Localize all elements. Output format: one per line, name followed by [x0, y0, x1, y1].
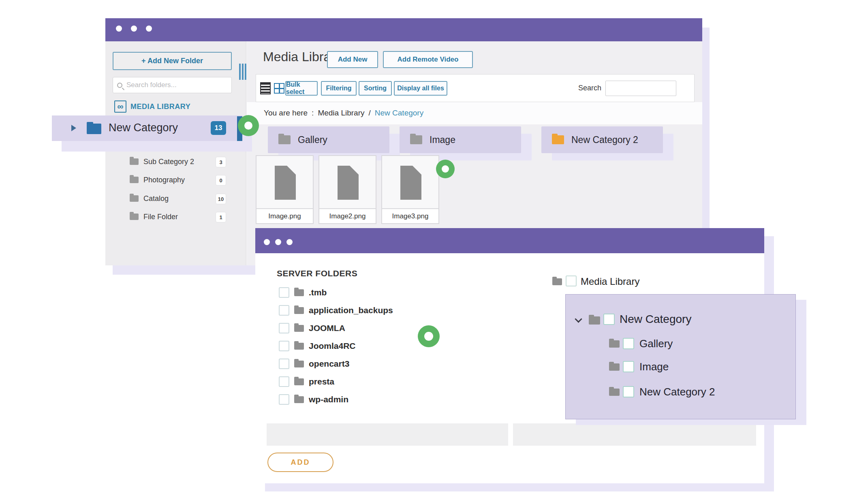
- checkbox[interactable]: [279, 287, 289, 298]
- input-bar-right[interactable]: [513, 423, 756, 446]
- checkbox[interactable]: [603, 314, 615, 325]
- window-dot-icon[interactable]: [264, 239, 270, 245]
- checkbox[interactable]: [623, 361, 634, 372]
- folder-icon: [294, 378, 304, 385]
- folder-chip-new-category-2[interactable]: New Category 2: [541, 126, 663, 153]
- checkbox[interactable]: [566, 275, 577, 286]
- search-label: Search: [578, 84, 601, 92]
- folder-icon: [294, 396, 304, 403]
- filtering-button[interactable]: Filtering: [321, 81, 357, 96]
- grid-view-icon[interactable]: [274, 83, 284, 94]
- server-folder-row-joomla[interactable]: JOOMLA: [255, 322, 482, 335]
- server-folder-row-presta[interactable]: presta: [255, 375, 482, 388]
- tree-item-label: New Category: [620, 313, 691, 326]
- tree-item-image[interactable]: Image: [566, 360, 796, 375]
- breadcrumb-root[interactable]: Media Library: [318, 109, 364, 117]
- folder-label: File Folder: [143, 213, 178, 221]
- add-button[interactable]: ADD: [267, 453, 333, 472]
- window2-titlebar[interactable]: [255, 228, 764, 253]
- folder-icon: [294, 343, 304, 350]
- file-card[interactable]: Image2.png: [318, 155, 376, 224]
- display-all-files-button[interactable]: Display all files: [394, 81, 447, 96]
- checkbox[interactable]: [279, 305, 289, 316]
- add-new-folder-button[interactable]: + Add New Folder: [113, 52, 232, 70]
- chevron-down-icon[interactable]: [575, 315, 582, 322]
- server-folder-row-joomla4rc[interactable]: Joomla4RC: [255, 340, 482, 352]
- annotation-marker-icon: [436, 160, 455, 178]
- sidebar-item-sub-category-2[interactable]: Sub Category 2 3: [105, 154, 246, 171]
- list-view-icon[interactable]: [260, 82, 271, 94]
- tree-item-new-category[interactable]: New Category: [566, 312, 796, 329]
- checkbox[interactable]: [279, 323, 289, 333]
- checkbox[interactable]: [279, 341, 289, 351]
- folder-icon: [294, 307, 304, 314]
- checkbox[interactable]: [279, 359, 289, 369]
- checkbox[interactable]: [623, 386, 634, 397]
- server-folder-row-application-backups[interactable]: application_backups: [255, 304, 482, 317]
- checkbox[interactable]: [279, 394, 289, 405]
- tree-item-label: Gallery: [639, 337, 673, 350]
- folder-icon: [130, 158, 139, 165]
- breadcrumb: You are here : Media Library / New Categ…: [247, 102, 702, 124]
- server-folder-row-wp-admin[interactable]: wp-admin: [255, 393, 482, 406]
- sidebar-item-photography[interactable]: Photography 0: [105, 172, 246, 189]
- library-search-input[interactable]: [605, 81, 676, 96]
- server-folder-label: presta: [309, 377, 334, 387]
- sorting-button[interactable]: Sorting: [359, 81, 392, 96]
- window-dot-icon[interactable]: [286, 239, 293, 245]
- search-icon: [117, 83, 122, 88]
- sidebar-resize-handle-icon[interactable]: [239, 64, 246, 80]
- window-dot-icon[interactable]: [275, 239, 281, 245]
- selected-folder-label: New Category: [109, 122, 178, 134]
- window-dot-icon[interactable]: [116, 26, 122, 32]
- annotation-marker-icon: [418, 325, 440, 347]
- server-folder-label: Joomla4RC: [309, 341, 356, 351]
- chip-label: Gallery: [298, 135, 327, 145]
- folder-icon: [609, 363, 620, 371]
- folder-count-badge: 1: [216, 212, 226, 222]
- folder-count-badge: 10: [216, 194, 226, 204]
- folder-icon: [294, 325, 304, 332]
- folder-icon: [410, 135, 422, 144]
- folder-label: Catalog: [143, 194, 169, 203]
- breadcrumb-colon: :: [312, 109, 314, 117]
- sidebar-item-catalog[interactable]: Catalog 10: [105, 191, 246, 208]
- search-folders-box: [113, 77, 232, 93]
- folder-chip-gallery[interactable]: Gallery: [268, 126, 389, 153]
- input-bar-left[interactable]: [267, 423, 508, 446]
- server-folder-label: application_backups: [309, 305, 393, 315]
- server-folder-label: wp-admin: [309, 395, 348, 404]
- file-card[interactable]: Image.png: [256, 155, 314, 224]
- window1-titlebar[interactable]: [105, 18, 702, 41]
- folder-icon: [609, 389, 620, 396]
- caret-right-icon[interactable]: [71, 125, 76, 131]
- toolbar: Bulk select Filtering Sorting Display al…: [256, 74, 695, 102]
- checkbox[interactable]: [279, 376, 289, 387]
- file-card[interactable]: Image3.png: [381, 155, 439, 224]
- folder-icon: [552, 135, 564, 144]
- tree-item-label: Image: [639, 361, 669, 373]
- server-folder-row-tmb[interactable]: .tmb: [255, 286, 482, 299]
- breadcrumb-current[interactable]: New Category: [375, 109, 423, 117]
- server-folder-label: JOOMLA: [309, 323, 345, 333]
- add-new-button[interactable]: Add New: [327, 51, 378, 68]
- folder-label: Sub Category 2: [143, 158, 194, 166]
- folders-sidebar: + Add New Folder ∞ MEDIA LIBRARY Sub Cat…: [105, 41, 246, 265]
- document-icon: [400, 166, 421, 200]
- sidebar-item-new-category-selected[interactable]: New Category 13: [52, 115, 242, 141]
- add-remote-video-button[interactable]: Add Remote Video: [383, 51, 473, 68]
- sidebar-item-file-folder[interactable]: File Folder 1: [105, 209, 246, 226]
- window-dot-icon[interactable]: [146, 26, 152, 32]
- search-folders-input[interactable]: [126, 81, 227, 90]
- checkbox[interactable]: [623, 338, 634, 349]
- bulk-select-button[interactable]: Bulk select: [285, 81, 318, 96]
- tree-item-new-category-2[interactable]: New Category 2: [566, 385, 796, 400]
- folder-icon: [294, 289, 304, 296]
- chip-label: Image: [430, 135, 455, 145]
- folder-icon: [589, 316, 600, 325]
- window-dot-icon[interactable]: [131, 26, 137, 32]
- folder-icon: [130, 140, 139, 147]
- folder-chip-image[interactable]: Image: [400, 126, 521, 153]
- tree-item-gallery[interactable]: Gallery: [566, 337, 796, 352]
- server-folder-row-opencart3[interactable]: opencart3: [255, 357, 482, 370]
